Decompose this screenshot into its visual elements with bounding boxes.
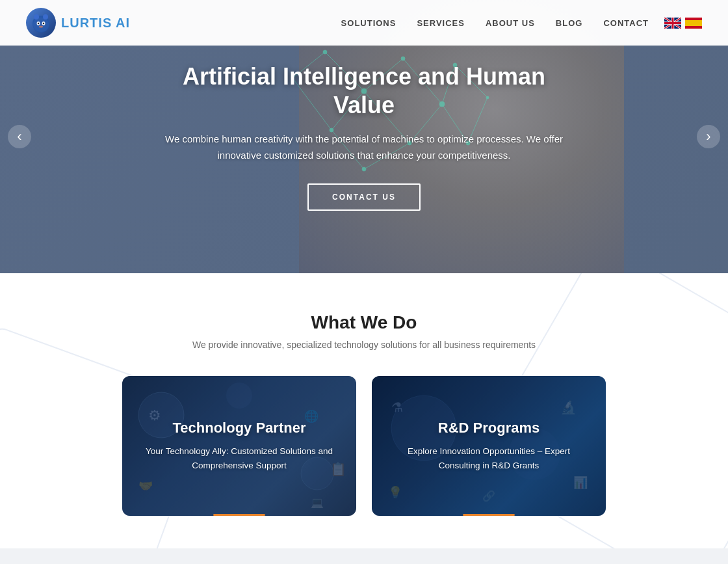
card-rd-description: Explore Innovation Opportunities – Exper… — [387, 444, 590, 472]
flag-uk-icon[interactable] — [664, 18, 681, 29]
nav-links: SOLUTIONS SERVICES ABOUT US BLOG CONTACT — [341, 17, 649, 29]
cards-row: ⚙ 🌐 📋 🤝 💻 Technology Partner Your Techno… — [26, 376, 702, 516]
svg-point-8 — [39, 26, 43, 28]
arrow-left-icon: ‹ — [17, 128, 21, 145]
card-rd-programs[interactable]: ⚗ 🔬 📊 💡 🔗 R&D Programs Explore Innovatio… — [372, 376, 606, 516]
card-rd-title: R&D Programs — [438, 420, 540, 436]
card-tech-partner[interactable]: ⚙ 🌐 📋 🤝 💻 Technology Partner Your Techno… — [122, 376, 356, 516]
card-rd-content: R&D Programs Explore Innovation Opportun… — [372, 376, 606, 516]
hero-next-button[interactable]: › — [697, 125, 720, 148]
hero-content: Artificial Intelligence and Human Value … — [136, 49, 592, 223]
what-we-do-subtitle: We provide innovative, specialized techn… — [26, 340, 702, 350]
svg-rect-11 — [685, 20, 702, 26]
what-we-do-section: What We Do We provide innovative, specia… — [0, 273, 728, 548]
nav-item-blog[interactable]: BLOG — [556, 17, 583, 29]
card-tech-description: Your Technology Ally: Customized Solutio… — [138, 444, 341, 472]
svg-point-3 — [43, 14, 48, 20]
arrow-right-icon: › — [706, 128, 710, 145]
logo-text: LURTIS AI — [61, 16, 130, 31]
what-we-do-title: What We Do — [26, 312, 702, 333]
solutions-teaser-section: Our Solutions — [0, 548, 728, 564]
hero-cta-button[interactable]: CONTACT US — [307, 183, 421, 211]
logo-suffix: AI — [116, 16, 130, 30]
navbar: LURTIS AI SOLUTIONS SERVICES ABOUT US BL… — [0, 0, 728, 46]
flag-es-icon[interactable] — [685, 18, 702, 29]
language-flags — [664, 18, 702, 29]
svg-point-7 — [43, 23, 44, 24]
svg-point-2 — [34, 14, 39, 20]
nav-item-contact[interactable]: CONTACT — [603, 17, 649, 29]
nav-item-solutions[interactable]: SOLUTIONS — [341, 17, 396, 29]
card-rd-bar — [463, 514, 515, 516]
logo[interactable]: LURTIS AI — [26, 8, 130, 38]
svg-point-6 — [38, 23, 39, 24]
card-tech-title: Technology Partner — [173, 420, 306, 436]
nav-item-services[interactable]: SERVICES — [417, 17, 465, 29]
logo-icon — [26, 8, 56, 38]
card-tech-content: Technology Partner Your Technology Ally:… — [122, 376, 356, 516]
uk-flag-svg — [664, 18, 681, 29]
card-tech-bar — [213, 514, 265, 516]
hero-subtitle: We combine human creativity with the pot… — [150, 131, 578, 164]
hero-prev-button[interactable]: ‹ — [8, 125, 31, 148]
nav-item-about[interactable]: ABOUT US — [486, 17, 535, 29]
es-flag-svg — [685, 18, 702, 29]
logo-name: LURTIS — [61, 16, 112, 30]
hero-title: Artificial Intelligence and Human Value — [150, 62, 578, 118]
